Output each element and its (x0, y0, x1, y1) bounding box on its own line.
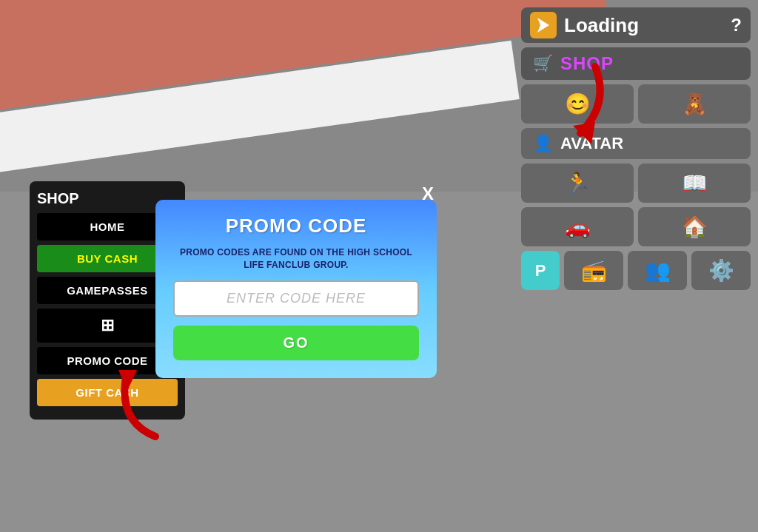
top-right-ui: Loading ? 🛒 SHOP 😊 🧸 👤 AVATAR 🏃 📖 🚗 (521, 7, 751, 290)
emoji-icon: 😊 (565, 92, 591, 116)
radio-button[interactable]: 📻 (564, 251, 623, 290)
cart-icon: 🛒 (533, 54, 553, 73)
car-icon: 🚗 (565, 215, 591, 239)
emoji-button[interactable]: 😊 (521, 84, 634, 124)
people-icon: 👥 (645, 258, 671, 283)
avatar-label: AVATAR (560, 134, 623, 153)
loading-icon (530, 12, 557, 38)
promo-code-input[interactable] (173, 280, 419, 317)
loading-question-button[interactable]: ? (731, 15, 742, 36)
icon-row-1: 😊 🧸 (521, 84, 751, 124)
bottom-icon-row: P 📻 👥 ⚙️ (521, 251, 751, 290)
settings-button[interactable]: ⚙️ (691, 251, 751, 290)
gear-icon: ⚙️ (708, 258, 734, 283)
promo-dialog: PROMO CODE PROMO CODES ARE FOUND ON THE … (155, 200, 437, 378)
p-icon: P (535, 261, 546, 280)
icon-row-2: 🏃 📖 (521, 164, 751, 203)
promo-title: PROMO CODE (226, 215, 367, 238)
promo-subtitle: PROMO CODES ARE FOUND ON THE HIGH SCHOOL… (173, 246, 419, 272)
teddy-button[interactable]: 🧸 (638, 84, 751, 124)
house-button[interactable]: 🏠 (638, 207, 751, 246)
run-button[interactable]: 🏃 (521, 164, 634, 203)
radio-icon: 📻 (581, 258, 607, 283)
avatar-icon: 👤 (533, 134, 553, 153)
run-icon: 🏃 (565, 171, 591, 195)
car-button[interactable]: 🚗 (521, 207, 634, 246)
book-icon: 📖 (682, 171, 708, 195)
parking-button[interactable]: P (521, 251, 560, 290)
book-button[interactable]: 📖 (638, 164, 751, 203)
avatar-button[interactable]: 👤 AVATAR (521, 128, 751, 159)
teddy-icon: 🧸 (682, 92, 708, 116)
people-button[interactable]: 👥 (628, 251, 687, 290)
shop-menu-giftcash[interactable]: GIFT CASH (37, 379, 178, 406)
icon-row-3: 🚗 🏠 (521, 207, 751, 246)
promo-go-button[interactable]: GO (173, 326, 419, 360)
loading-text: Loading (564, 14, 723, 37)
shop-top-button[interactable]: 🛒 SHOP (521, 47, 751, 80)
loading-bar: Loading ? (521, 7, 751, 43)
shop-top-label: SHOP (560, 53, 614, 74)
house-icon: 🏠 (682, 215, 708, 239)
